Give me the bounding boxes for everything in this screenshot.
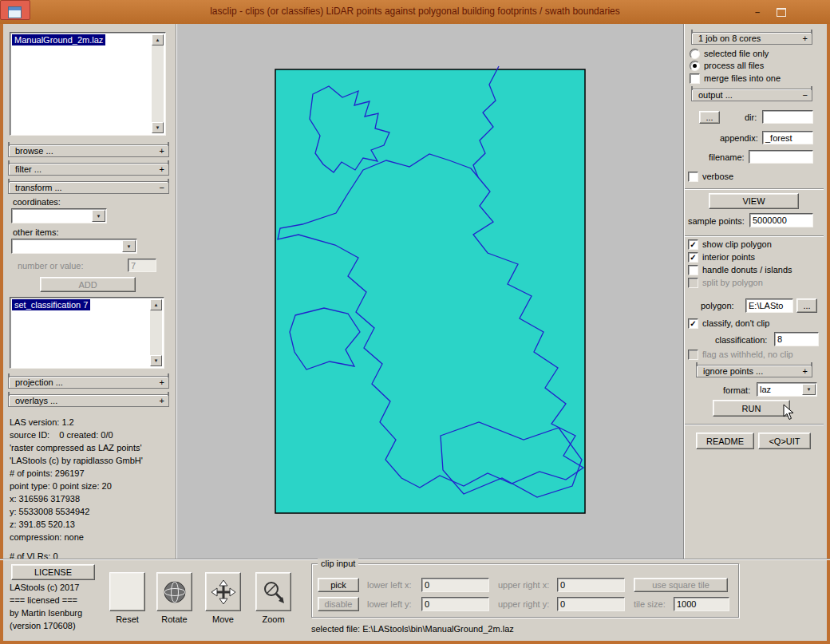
move-label: Move (205, 614, 241, 624)
lower-left-y-field[interactable]: 0 (421, 597, 489, 611)
format-combobox[interactable]: laz ▼ (757, 382, 817, 397)
radio-selected-file-only[interactable]: selected file only (690, 49, 769, 59)
appendix-field[interactable]: _forest (762, 131, 813, 144)
zoom-button[interactable] (255, 572, 291, 611)
checkbox-show-clip-polygon[interactable]: ✓ show clip polygon (688, 239, 772, 250)
info-line: y: 5533008 5534942 (10, 506, 89, 517)
polygon-label: polygon: (701, 301, 734, 310)
transform-listbox[interactable]: set_classification 7 ▲ ▼ (10, 297, 164, 369)
separator (685, 188, 824, 190)
checkbox-label: show clip polygon (702, 239, 772, 250)
radio-process-all-files[interactable]: process all files (690, 61, 764, 71)
expand-icon[interactable]: + (160, 396, 164, 405)
other-items-combobox[interactable]: ▼ (11, 239, 137, 254)
upper-right-y-field[interactable]: 0 (557, 597, 625, 611)
checkbox-merge-files[interactable]: ✓ merge files into one (690, 73, 781, 84)
expand-icon[interactable]: + (160, 377, 164, 387)
titlebar[interactable]: lasclip - clips (or classifies) LiDAR po… (0, 0, 830, 24)
expand-icon[interactable]: + (803, 34, 808, 43)
dir-field[interactable] (762, 110, 813, 124)
checkbox-icon: ✓ (688, 318, 698, 329)
disable-button: disable (318, 597, 359, 611)
radio-label: selected file only (704, 49, 769, 59)
view-button[interactable]: VIEW (709, 193, 799, 209)
info-line: LAS version: 1.2 (10, 417, 74, 428)
file-list-item[interactable]: ManualGround_2m.laz (12, 34, 105, 45)
pick-button[interactable]: pick (318, 578, 359, 592)
chevron-down-icon[interactable]: ▼ (802, 384, 816, 395)
appendix-label: appendix: (720, 133, 758, 143)
maximize-button[interactable] (771, 0, 792, 24)
section-transform[interactable]: transform ... − (8, 181, 169, 194)
section-output[interactable]: output ... − (691, 89, 812, 101)
section-overlays[interactable]: overlays ... + (8, 394, 169, 407)
use-square-tile-button: use square tile (634, 578, 728, 592)
credits-line: === licensed === (10, 595, 77, 605)
minimize-button[interactable]: – (747, 0, 768, 24)
section-filter[interactable]: filter ... + (8, 163, 169, 176)
file-listbox[interactable]: ManualGround_2m.laz ▲ ▼ (10, 32, 166, 136)
polygon-field[interactable]: E:\LASto (745, 298, 793, 313)
tile-size-field[interactable]: 1000 (674, 597, 729, 611)
section-browse[interactable]: browse ... + (8, 144, 169, 157)
upper-right-x-field[interactable]: 0 (557, 578, 625, 592)
coordinates-combobox[interactable]: ▼ (11, 208, 107, 223)
quit-button[interactable]: <Q>UIT (758, 433, 811, 449)
sample-points-field[interactable]: 5000000 (749, 213, 813, 227)
expand-icon[interactable]: + (160, 146, 164, 156)
filename-field[interactable] (749, 150, 813, 164)
run-button[interactable]: RUN (713, 400, 790, 417)
credits-line: by Martin Isenburg (10, 608, 82, 618)
polygon-browse-button[interactable]: ... (796, 298, 817, 313)
move-button[interactable] (205, 572, 241, 611)
lower-left-x-label: lower left x: (367, 580, 412, 590)
scroll-down-icon[interactable]: ▼ (152, 122, 164, 133)
selected-file-status: selected file: E:\LAStools\bin\ManualGro… (311, 624, 514, 634)
info-line: compression: none (10, 531, 84, 543)
chevron-down-icon[interactable]: ▼ (122, 240, 136, 252)
expand-icon[interactable]: + (803, 366, 808, 376)
checkbox-classify-dont-clip[interactable]: ✓ classify, don't clip (688, 318, 769, 329)
checkbox-interior-points[interactable]: ✓ interior points (688, 252, 755, 263)
jobs-cores-label: 1 job on 8 cores (698, 34, 761, 43)
zoom-icon (261, 579, 287, 605)
jobs-cores-selector[interactable]: 1 job on 8 cores + (691, 32, 812, 45)
section-ignore-points[interactable]: ignore points ... + (696, 365, 812, 377)
section-overlays-label: overlays ... (15, 396, 57, 405)
collapse-icon[interactable]: − (803, 90, 808, 100)
scroll-up-icon[interactable]: ▲ (150, 299, 162, 310)
section-projection[interactable]: projection ... + (8, 376, 169, 389)
other-items-label: other items: (13, 227, 58, 237)
checkbox-icon: ✓ (688, 172, 698, 182)
rotate-button[interactable] (156, 572, 192, 611)
filename-label: filename: (709, 152, 745, 162)
classification-label: classification: (715, 335, 767, 345)
file-list-scrollbar[interactable]: ▲ ▼ (152, 34, 164, 133)
checkbox-label: split by polygon (702, 278, 763, 288)
lower-left-x-field[interactable]: 0 (421, 578, 489, 592)
transform-list-scrollbar[interactable]: ▲ ▼ (150, 299, 162, 366)
scroll-down-icon[interactable]: ▼ (150, 355, 162, 366)
checkbox-icon: ✓ (690, 73, 700, 84)
checkbox-handle-donuts[interactable]: ✓ handle donuts / islands (688, 265, 792, 275)
reset-button[interactable] (109, 572, 145, 611)
license-button[interactable]: LICENSE (11, 564, 95, 580)
map-view[interactable] (177, 24, 683, 559)
checkbox-icon: ✓ (688, 239, 698, 250)
rotate-icon (162, 579, 188, 605)
checkbox-verbose[interactable]: ✓ verbose (688, 172, 733, 182)
coordinates-label: coordinates: (13, 197, 61, 207)
transform-list-item[interactable]: set_classification 7 (12, 299, 90, 310)
classification-field[interactable]: 8 (774, 332, 819, 346)
window-border-left (0, 24, 3, 644)
scroll-up-icon[interactable]: ▲ (152, 34, 164, 45)
readme-button[interactable]: README (696, 433, 754, 449)
expand-icon[interactable]: + (160, 164, 164, 174)
collapse-icon[interactable]: − (160, 183, 164, 192)
tile-size-label: tile size: (634, 599, 666, 609)
radio-icon (690, 49, 700, 59)
chevron-down-icon[interactable]: ▼ (92, 210, 105, 222)
section-transform-label: transform ... (15, 183, 62, 192)
output-dir-browse-button[interactable]: ... (699, 111, 720, 124)
add-button: ADD (40, 277, 136, 292)
